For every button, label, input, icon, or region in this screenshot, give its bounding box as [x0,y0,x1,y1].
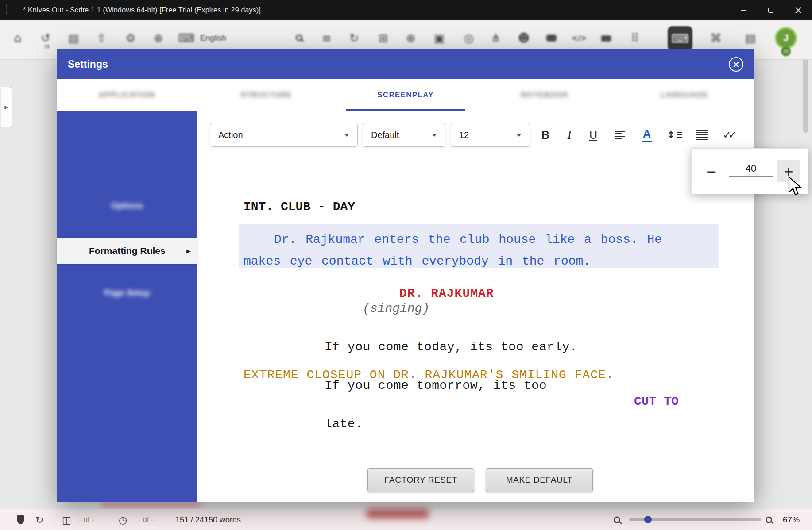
text-align-button[interactable] [610,125,630,145]
factory-reset-button[interactable]: FACTORY RESET [367,468,474,492]
blurred-background-fragment [101,502,201,508]
video-icon[interactable] [601,35,611,42]
blurred-red-text-fragment [367,509,429,518]
title-bar: * Knives Out - Scrite 1.1 (Windows 64-bi… [0,0,812,20]
maximize-icon [768,8,773,13]
add-scene-icon[interactable]: ⊞ [379,31,388,45]
align-left-icon [615,131,625,139]
tab-structure[interactable]: STRUCTURE [197,79,336,111]
zoom-out-icon[interactable] [614,516,620,523]
settings-icon[interactable]: ⚙ [125,31,135,45]
close-window-button[interactable]: × [785,0,812,20]
zoom-slider[interactable] [629,518,761,521]
structure-icon[interactable]: ⌘ [710,31,722,45]
language-label[interactable]: English [200,34,226,43]
sidebar-item-options[interactable]: Options [57,201,197,211]
code-icon[interactable]: </> [572,34,587,42]
minimize-button[interactable] [730,0,757,20]
double-check-icon: ✓✓ [723,129,737,141]
character-walk-icon[interactable]: ⋔ [491,31,501,45]
decrease-button[interactable]: − [706,164,717,179]
maximize-button[interactable] [757,0,785,20]
underline-button[interactable]: U [583,125,603,145]
refresh-status-icon[interactable]: ↻ [35,514,43,525]
search-icon[interactable] [296,35,302,41]
globe-icon[interactable]: ⊕ [154,31,163,45]
word-count: 151 / 24150 words [175,515,241,524]
grid-icon[interactable]: ⠿ [630,31,639,45]
preview-shot: EXTREME CLOSEUP ON DR. RAJKUMAR'S SMILIN… [244,368,614,382]
window-controls: × [730,0,812,20]
preview-action-highlight: Dr. Rajkumar enters the club house like … [239,224,719,268]
chevron-right-icon: ▶ [186,248,191,254]
chat-icon[interactable] [546,35,557,42]
tab-notebook[interactable]: NOTEBOOK [475,79,615,111]
color-swatch [642,141,652,142]
line-spacing-button[interactable] [692,125,712,145]
preview-dialogue-line: If you come today, its too early. [325,341,577,353]
refresh-icon[interactable]: ↻ [349,31,359,45]
app-window: * Knives Out - Scrite 1.1 (Windows 64-bi… [0,0,812,530]
save-icon[interactable]: ▤ [68,31,79,45]
avatar[interactable]: J [775,27,797,49]
home-icon[interactable]: ⌂ [14,31,22,45]
settings-sidebar: Options Formatting Rules ▶ Page Setup [57,111,197,502]
book-icon[interactable]: ◫ [62,514,71,525]
pin-icon[interactable]: ◎ [464,31,474,45]
text-color-button[interactable]: A [637,125,657,145]
element-type-value: Action [218,130,243,140]
keyboard-shortcuts-button[interactable]: ⌨ [668,26,692,51]
keyboard-dark-icon: ⌨ [671,31,689,46]
add-report-icon[interactable]: ▣ [434,31,445,45]
dialog-title: Settings [68,58,108,70]
zoom-in-icon[interactable] [766,516,772,523]
line-height-button[interactable]: ↕ [665,125,685,145]
preview-dialogue: If you come today, its too early. If you… [325,315,577,456]
zoom-level: 67% [783,515,800,525]
font-dropdown[interactable]: Default [363,123,445,147]
add-episode-icon[interactable]: ⊕ [406,31,416,45]
make-default-button[interactable]: MAKE DEFAULT [486,468,593,492]
preview-dialogue-line: late. [325,418,577,430]
filters-icon[interactable]: ≡ [322,31,332,45]
minimize-icon [741,10,746,11]
chevron-down-icon [516,134,522,137]
duration-count: - of - [138,515,154,524]
element-type-dropdown[interactable]: Action [210,123,358,147]
avatar-initial: J [783,32,789,44]
apply-all-button[interactable]: ✓✓ [719,125,740,145]
preview-parenthetical: (singing) [363,302,429,315]
preview-action-line: makes eye contact with everybody in the … [244,250,719,272]
dialog-close-button[interactable]: × [729,57,743,72]
sidebar-item-page-setup[interactable]: Page Setup [57,288,197,298]
tab-application[interactable]: APPLICATION [57,79,197,111]
bold-button[interactable]: B [535,125,556,145]
notes-icon[interactable]: ▤ [745,31,756,45]
settings-dialog: Settings × APPLICATION STRUCTURE SCREENP… [57,49,754,502]
preview-scene-heading: INT. CLUB - DAY [244,200,355,214]
page-count: - of - [79,515,94,524]
tab-language[interactable]: LANGUAGE [615,79,754,111]
spacing-value-input[interactable] [729,161,773,177]
person-icon[interactable]: ☻ [518,31,530,45]
keyboard-language-icon[interactable]: ⌨ [178,31,195,45]
zoom-slider-thumb[interactable] [644,516,652,523]
history-icon[interactable]: ↺ [41,31,50,45]
app-icon [6,6,17,15]
settings-tabs: APPLICATION STRUCTURE SCREENPLAY NOTEBOO… [57,79,754,111]
mouse-cursor [788,176,804,196]
preview-character: DR. RAJKUMAR [399,287,494,300]
line-height-icon: ↕ [667,130,683,140]
italic-button[interactable]: I [559,125,580,145]
dialog-header: Settings × [57,49,754,79]
font-size-dropdown[interactable]: 12 [451,123,530,147]
tab-screenplay[interactable]: SCREENPLAY [336,79,476,111]
clock-icon[interactable]: ◷ [119,514,127,525]
preview-transition: CUT TO [634,395,679,408]
chevron-down-icon [432,134,437,137]
shield-icon[interactable] [17,515,24,524]
sidebar-expand-handle[interactable]: ▶ [1,87,12,127]
sidebar-item-formatting-rules[interactable]: Formatting Rules ▶ [57,238,197,264]
avatar-badge: 29 [781,46,791,56]
share-icon[interactable]: ⇧ [97,31,106,45]
